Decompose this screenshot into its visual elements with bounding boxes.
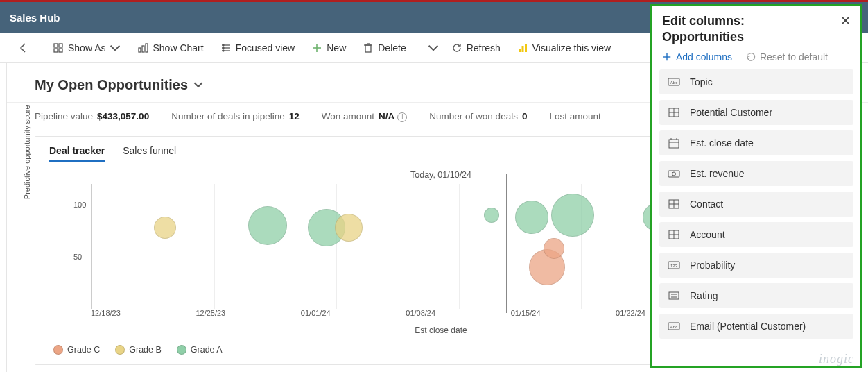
new-button[interactable]: New bbox=[304, 38, 353, 58]
svg-rect-8 bbox=[142, 46, 144, 52]
back-button[interactable] bbox=[14, 38, 33, 58]
svg-rect-51 bbox=[669, 292, 679, 299]
bubble[interactable] bbox=[248, 206, 287, 245]
column-item[interactable]: Rating bbox=[659, 283, 853, 308]
svg-rect-5 bbox=[54, 49, 58, 52]
svg-rect-21 bbox=[519, 49, 521, 52]
watermark: inogic bbox=[819, 352, 854, 366]
column-list: AbcTopicPotential CustomerEst. close dat… bbox=[652, 69, 860, 344]
tab-sales-funnel[interactable]: Sales funnel bbox=[123, 145, 176, 162]
close-icon[interactable]: ✕ bbox=[840, 13, 851, 46]
show-chart-button[interactable]: Show Chart bbox=[130, 38, 210, 58]
bubble[interactable] bbox=[551, 194, 594, 237]
chevron-down-icon bbox=[193, 80, 203, 90]
svg-rect-3 bbox=[54, 44, 58, 47]
column-item[interactable]: AbcTopic bbox=[659, 69, 853, 94]
tab-deal-tracker[interactable]: Deal tracker bbox=[49, 145, 105, 162]
bubble[interactable] bbox=[544, 238, 564, 259]
delete-button[interactable]: Delete bbox=[356, 38, 413, 58]
column-item[interactable]: 123Probability bbox=[659, 253, 853, 278]
column-label: Email (Potential Customer) bbox=[690, 321, 806, 332]
svg-rect-7 bbox=[139, 48, 141, 52]
separator bbox=[419, 40, 419, 56]
info-icon[interactable]: i bbox=[397, 112, 407, 122]
svg-rect-6 bbox=[59, 49, 62, 52]
svg-text:123: 123 bbox=[670, 264, 678, 268]
bubble[interactable] bbox=[335, 214, 363, 242]
column-item[interactable]: Est. close date bbox=[659, 130, 853, 155]
legend-grade-c: Grade C bbox=[53, 345, 100, 355]
reset-to-default-button[interactable]: Reset to default bbox=[746, 51, 828, 62]
svg-rect-41 bbox=[668, 171, 679, 177]
column-item[interactable]: Account bbox=[659, 222, 853, 247]
column-label: Est. close date bbox=[690, 137, 754, 149]
column-label: Contact bbox=[690, 198, 723, 210]
legend-grade-a: Grade A bbox=[177, 345, 223, 355]
svg-rect-23 bbox=[525, 44, 527, 52]
column-label: Probability bbox=[690, 260, 735, 271]
focused-view-button[interactable]: Focused view bbox=[214, 38, 302, 58]
column-label: Est. revenue bbox=[690, 168, 745, 179]
refresh-button[interactable]: Refresh bbox=[444, 38, 507, 58]
svg-rect-4 bbox=[59, 44, 62, 47]
svg-text:Abc: Abc bbox=[670, 81, 677, 85]
show-as-button[interactable]: Show As bbox=[46, 38, 128, 58]
view-title[interactable]: My Open Opportunities bbox=[35, 77, 203, 93]
chevron-down-icon bbox=[110, 42, 121, 53]
column-item[interactable]: Contact bbox=[659, 192, 853, 217]
column-label: Potential Customer bbox=[690, 107, 772, 118]
column-item[interactable]: Potential Customer bbox=[659, 100, 853, 125]
panel-title: Edit columns:Opportunities bbox=[662, 13, 840, 46]
edit-columns-panel: Edit columns:Opportunities ✕ Add columns… bbox=[650, 4, 862, 368]
svg-rect-22 bbox=[521, 46, 523, 52]
bubble[interactable] bbox=[154, 217, 176, 239]
svg-text:Abc: Abc bbox=[670, 325, 677, 329]
y-axis-label: Predictive opportunity score bbox=[23, 105, 31, 199]
column-label: Rating bbox=[690, 290, 718, 301]
column-item[interactable]: Est. revenue bbox=[659, 161, 853, 186]
delete-dropdown[interactable] bbox=[425, 38, 442, 58]
bubble[interactable] bbox=[484, 208, 499, 223]
app-title: Sales Hub bbox=[10, 12, 704, 24]
column-item[interactable]: AbcEmail (Potential Customer) bbox=[659, 314, 853, 339]
visualize-button[interactable]: Visualize this view bbox=[510, 38, 618, 58]
legend-grade-b: Grade B bbox=[115, 345, 162, 355]
svg-point-13 bbox=[223, 44, 224, 46]
column-label: Account bbox=[690, 229, 725, 240]
svg-point-15 bbox=[223, 50, 224, 51]
bubble[interactable] bbox=[515, 201, 548, 234]
svg-point-42 bbox=[672, 172, 676, 176]
left-gutter bbox=[0, 63, 7, 372]
svg-rect-9 bbox=[146, 44, 148, 52]
column-label: Topic bbox=[690, 76, 713, 87]
svg-point-14 bbox=[223, 47, 224, 49]
svg-rect-18 bbox=[365, 45, 371, 52]
add-columns-button[interactable]: Add columns bbox=[662, 51, 732, 62]
svg-rect-37 bbox=[669, 140, 679, 148]
